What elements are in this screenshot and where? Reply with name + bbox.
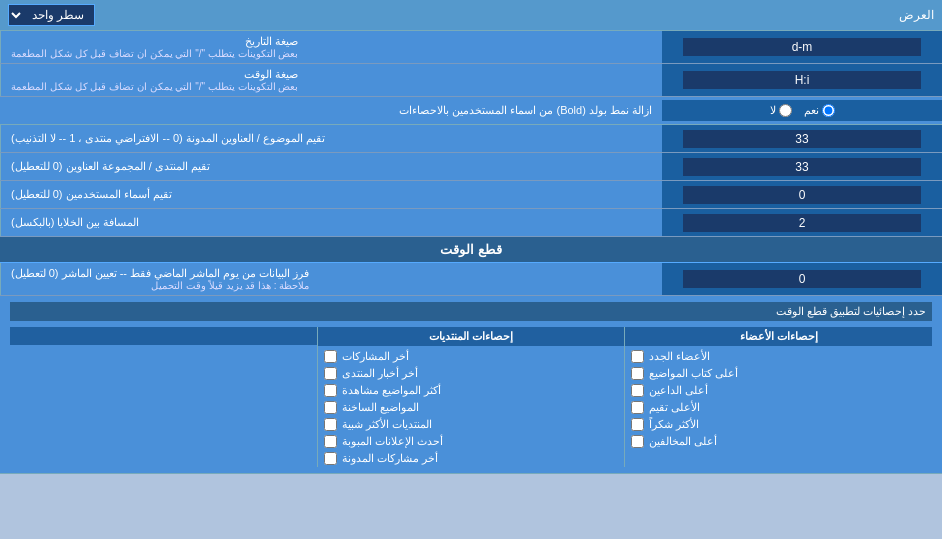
bold-remove-no-label[interactable]: لا xyxy=(770,104,792,117)
checkbox-top-rated[interactable] xyxy=(631,401,644,414)
checkboxes-grid: إحصاءات الأعضاء الأعضاء الجدد أعلى كتاب … xyxy=(10,327,932,467)
bold-remove-yes-radio[interactable] xyxy=(822,104,835,117)
list-item: أخر أخبار المنتدى xyxy=(318,365,625,382)
cell-distance-row: 2 المسافة بين الخلايا (بالبكسل) xyxy=(0,209,942,237)
list-item: أعلى الداعين xyxy=(625,382,932,399)
bold-remove-label: ازالة نمط بولد (Bold) من اسماء المستخدمي… xyxy=(0,100,662,121)
checkbox-col-forums: إحصاءات المنتديات أخر المشاركات أخر أخبا… xyxy=(317,327,625,467)
list-item: أعلى المخالفين xyxy=(625,433,932,450)
header-select-area: سطر واحد سطرين ثلاثة أسطر xyxy=(8,4,95,26)
checkbox-most-thanked[interactable] xyxy=(631,418,644,431)
checkbox-col-members: إحصاءات الأعضاء الأعضاء الجدد أعلى كتاب … xyxy=(624,327,932,467)
checkbox-most-popular-forums[interactable] xyxy=(324,418,337,431)
users-order-input-area: 0 xyxy=(662,181,942,208)
time-format-label: صيغة الوقت بعض التكوينات يتطلب "/" التي … xyxy=(0,64,662,96)
cutoff-section-header: قطع الوقت xyxy=(0,237,942,263)
date-format-label: صيغة التاريخ بعض التكوينات يتطلب "/" الت… xyxy=(0,31,662,63)
forum-order-row: 33 تقيم المنتدى / المجموعة العناوين (0 ل… xyxy=(0,153,942,181)
list-item: المواضيع الساخنة xyxy=(318,399,625,416)
forum-order-input[interactable]: 33 xyxy=(683,158,921,176)
time-format-row: H:i صيغة الوقت بعض التكوينات يتطلب "/" ا… xyxy=(0,64,942,97)
topic-order-label: تقيم الموضوع / العناوين المدونة (0 -- ال… xyxy=(0,125,662,152)
users-order-input[interactable]: 0 xyxy=(683,186,921,204)
checkboxes-section: حدد إحصائيات لتطبيق قطع الوقت إحصاءات ال… xyxy=(0,296,942,474)
checkbox-top-violators[interactable] xyxy=(631,435,644,448)
display-select[interactable]: سطر واحد سطرين ثلاثة أسطر xyxy=(8,4,95,26)
date-format-row: d-m صيغة التاريخ بعض التكوينات يتطلب "/"… xyxy=(0,31,942,64)
bold-remove-row: نعم لا ازالة نمط بولد (Bold) من اسماء ال… xyxy=(0,97,942,125)
list-item: أحدث الإعلانات المبوبة xyxy=(318,433,625,450)
users-order-row: 0 تقيم أسماء المستخدمين (0 للتعطيل) xyxy=(0,181,942,209)
main-container: العرض سطر واحد سطرين ثلاثة أسطر d-m صيغة… xyxy=(0,0,942,474)
checkbox-last-news[interactable] xyxy=(324,367,337,380)
time-format-input[interactable]: H:i xyxy=(683,71,921,89)
cell-distance-label: المسافة بين الخلايا (بالبكسل) xyxy=(0,209,662,236)
list-item: الأكثر شكراً xyxy=(625,416,932,433)
checkboxes-header: حدد إحصائيات لتطبيق قطع الوقت xyxy=(10,302,932,321)
col-empty-header xyxy=(10,327,317,345)
cell-distance-input[interactable]: 2 xyxy=(683,214,921,232)
checkbox-last-blog-posts[interactable] xyxy=(324,452,337,465)
checkbox-last-posts[interactable] xyxy=(324,350,337,363)
header-row: العرض سطر واحد سطرين ثلاثة أسطر xyxy=(0,0,942,31)
header-right-label: العرض xyxy=(899,8,934,22)
list-item: أخر المشاركات xyxy=(318,348,625,365)
checkbox-latest-classifieds[interactable] xyxy=(324,435,337,448)
bold-remove-yes-label[interactable]: نعم xyxy=(804,104,835,117)
checkbox-col-empty xyxy=(10,327,317,467)
checkbox-top-inviters[interactable] xyxy=(631,384,644,397)
topic-order-input-area: 33 xyxy=(662,125,942,152)
topic-order-input[interactable]: 33 xyxy=(683,130,921,148)
cutoff-days-row: 0 فرز البيانات من يوم الماشر الماضي فقط … xyxy=(0,263,942,296)
time-format-input-area: H:i xyxy=(662,64,942,96)
checkbox-top-topic-writers[interactable] xyxy=(631,367,644,380)
list-item: أعلى كتاب المواضيع xyxy=(625,365,932,382)
list-item: الأعضاء الجدد xyxy=(625,348,932,365)
list-item: المنتديات الأكثر شبية xyxy=(318,416,625,433)
bold-remove-input-area: نعم لا xyxy=(662,100,942,121)
cutoff-days-input[interactable]: 0 xyxy=(683,270,921,288)
date-format-input[interactable]: d-m xyxy=(683,38,921,56)
topic-order-row: 33 تقيم الموضوع / العناوين المدونة (0 --… xyxy=(0,125,942,153)
cell-distance-input-area: 2 xyxy=(662,209,942,236)
users-order-label: تقيم أسماء المستخدمين (0 للتعطيل) xyxy=(0,181,662,208)
list-item: أكثر المواضيع مشاهدة xyxy=(318,382,625,399)
checkbox-most-viewed[interactable] xyxy=(324,384,337,397)
cutoff-days-label: فرز البيانات من يوم الماشر الماضي فقط --… xyxy=(0,263,662,295)
list-item: أخر مشاركات المدونة xyxy=(318,450,625,467)
checkbox-hot-topics[interactable] xyxy=(324,401,337,414)
forum-order-label: تقيم المنتدى / المجموعة العناوين (0 للتع… xyxy=(0,153,662,180)
bold-remove-no-radio[interactable] xyxy=(779,104,792,117)
col-forums-header: إحصاءات المنتديات xyxy=(318,327,625,346)
cutoff-days-input-area: 0 xyxy=(662,263,942,295)
list-item: الأعلى تقيم xyxy=(625,399,932,416)
checkbox-new-members[interactable] xyxy=(631,350,644,363)
forum-order-input-area: 33 xyxy=(662,153,942,180)
date-format-input-area: d-m xyxy=(662,31,942,63)
col-members-header: إحصاءات الأعضاء xyxy=(625,327,932,346)
